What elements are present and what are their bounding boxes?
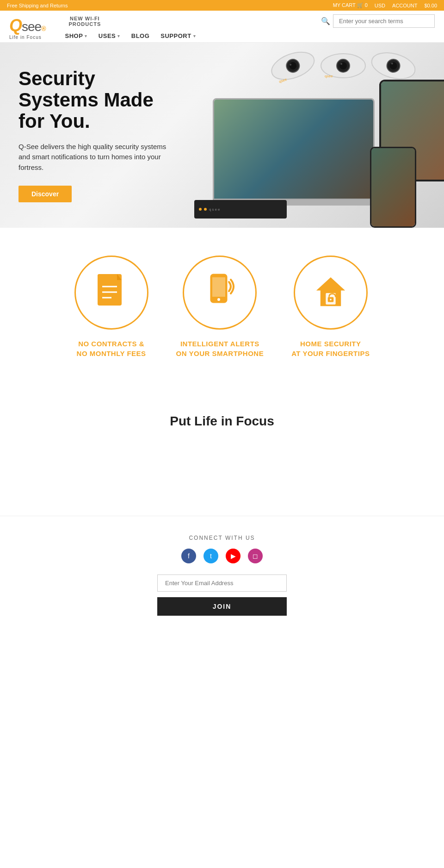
social-icons: f t ▶ ◻ [9, 549, 435, 563]
svg-rect-20 [212, 277, 225, 297]
feature-circle-alerts [183, 256, 257, 330]
chevron-down-icon: ▾ [117, 34, 120, 38]
feature-alerts: INTELLIGENT ALERTSON YOUR SMARTPHONE [176, 256, 264, 358]
twitter-icon[interactable]: t [204, 549, 218, 563]
discover-button[interactable]: Discover [18, 186, 72, 202]
svg-point-8 [340, 63, 342, 65]
camera-icon: qsee [320, 52, 366, 80]
svg-point-7 [339, 62, 347, 69]
svg-rect-15 [98, 274, 117, 280]
hero-description: Q-See delivers the high quality security… [18, 142, 176, 173]
document-icon [93, 272, 130, 313]
features-section: NO CONTRACTS &NO MONTHLY FEES INTELLIGEN… [0, 228, 444, 377]
svg-point-25 [330, 299, 332, 300]
hero-content: Security Systems Made for You. Q-See del… [0, 50, 194, 221]
camera-icon: qsee [266, 45, 319, 87]
feature-circle-no-contracts [74, 256, 148, 330]
header-top: Qsee® Life in Focus NEW WI-FI PRODUCTS 🔍 [9, 11, 435, 42]
logo-text: Qsee® [9, 17, 46, 34]
search-area: 🔍 [321, 14, 435, 28]
top-bar: Free Shipping and Returns MY CART 🛒 0 US… [0, 0, 444, 11]
phone-device [370, 147, 416, 228]
chevron-down-icon: ▾ [85, 34, 87, 38]
cart-amount: $0.00 [424, 3, 437, 8]
search-input[interactable] [333, 14, 435, 28]
top-bar-right: MY CART 🛒 0 USD ACCOUNT $0.00 [333, 2, 437, 8]
house-lock-icon [312, 272, 349, 313]
instagram-icon[interactable]: ◻ [248, 549, 263, 563]
cameras-group: qsee qsee [270, 52, 416, 81]
feature-circle-home-security [294, 256, 368, 330]
youtube-icon[interactable]: ▶ [226, 549, 240, 563]
nav-item-support[interactable]: SUPPORT ▾ [155, 30, 201, 42]
focus-title: Put Life in Focus [9, 414, 435, 429]
facebook-icon[interactable]: f [181, 549, 196, 563]
chevron-down-icon: ▾ [193, 34, 196, 38]
logo-subtitle: Life in Focus [9, 35, 42, 40]
header: Qsee® Life in Focus NEW WI-FI PRODUCTS 🔍 [0, 11, 444, 43]
nav-item-shop[interactable]: SHOP ▾ [60, 30, 93, 42]
nav-item-blog[interactable]: BLOG [126, 30, 155, 42]
logo[interactable]: Qsee® Life in Focus [9, 17, 46, 40]
currency-selector[interactable]: USD [375, 3, 385, 8]
feature-text-no-contracts: NO CONTRACTS &NO MONTHLY FEES [77, 339, 146, 358]
join-button[interactable]: JOIN [157, 597, 287, 616]
phone-signal-icon [201, 272, 238, 313]
connect-title: CONNECT WITH US [9, 535, 435, 541]
feature-no-contracts: NO CONTRACTS &NO MONTHLY FEES [74, 256, 148, 358]
nav-main: SHOP ▾ USES ▾ BLOG SUPPORT ▾ [60, 30, 435, 42]
new-wifi-section[interactable]: NEW WI-FI PRODUCTS [60, 16, 101, 27]
search-icon: 🔍 [321, 17, 330, 25]
feature-home-security: HOME SECURITYAT YOUR FINGERTIPS [291, 256, 370, 358]
email-input[interactable] [157, 575, 287, 592]
bottom-spacer [0, 643, 444, 736]
nav-item-uses[interactable]: USES ▾ [93, 30, 126, 42]
account-link[interactable]: ACCOUNT [392, 3, 417, 8]
hero-images: qsee qsee [176, 43, 444, 228]
my-cart-link[interactable]: MY CART 🛒 0 [333, 2, 368, 8]
feature-text-home-security: HOME SECURITYAT YOUR FINGERTIPS [291, 339, 370, 358]
feature-text-alerts: INTELLIGENT ALERTSON YOUR SMARTPHONE [176, 339, 264, 358]
svg-text:qsee: qsee [325, 74, 333, 78]
footer-section: CONNECT WITH US f t ▶ ◻ JOIN [0, 516, 444, 643]
dvr-device: qsee [194, 200, 287, 219]
focus-section: Put Life in Focus [0, 377, 444, 516]
hero-title: Security Systems Made for You. [18, 68, 176, 132]
hero-banner: Security Systems Made for You. Q-See del… [0, 43, 444, 228]
svg-point-21 [217, 298, 220, 301]
free-shipping-text: Free Shipping and Returns [7, 3, 68, 8]
